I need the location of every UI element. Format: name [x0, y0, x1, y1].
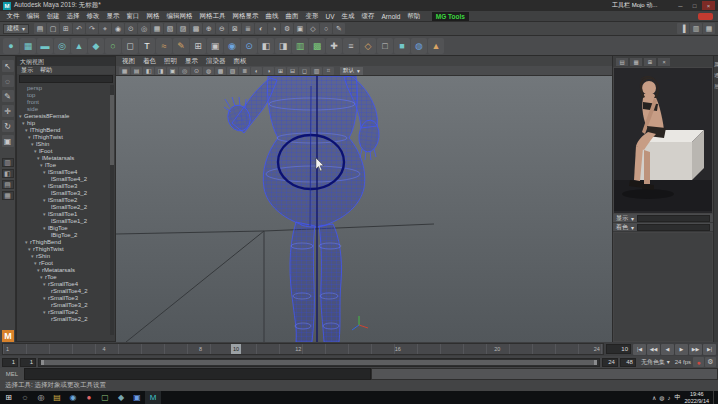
maximize-button[interactable]: □ — [688, 1, 701, 10]
panel-menu-item[interactable]: 着色 — [143, 57, 156, 66]
taskbar-app-icon[interactable]: ▤ — [49, 391, 65, 404]
viewport-toolbar-icon[interactable]: ▦ — [119, 67, 130, 75]
outliner-node[interactable]: ▾rFoot — [17, 260, 115, 267]
status-icon[interactable]: ✎ — [333, 23, 345, 34]
outliner-node[interactable]: top — [17, 92, 115, 99]
shelf-tool-icon[interactable]: ✚ — [326, 38, 342, 54]
shelf-tool-icon[interactable]: ◨ — [275, 38, 291, 54]
anim-pref-icon[interactable]: ● — [693, 357, 704, 367]
panel-menu-item[interactable]: 视图 — [122, 57, 135, 66]
menu-item[interactable]: 网格 — [143, 12, 163, 21]
mgtools-menu[interactable]: MG Tools — [432, 12, 469, 21]
status-icon[interactable]: ↶ — [73, 23, 85, 34]
outliner-node[interactable]: ▾lFoot — [17, 148, 115, 155]
viewport-toolbar-icon[interactable]: ⊟ — [287, 67, 298, 75]
viewport-combo[interactable]: 默认 ▾ — [340, 67, 363, 75]
taskbar-app-icon[interactable]: ▣ — [129, 391, 145, 404]
search-icon[interactable]: ◌ — [17, 391, 33, 404]
viewport-toolbar-icon[interactable]: ◨ — [155, 67, 166, 75]
outliner-node[interactable]: ▾rThighBend — [17, 239, 115, 246]
viewport-toolbar-icon[interactable]: ⊞ — [275, 67, 286, 75]
side-strip-tab[interactable]: 属 — [714, 61, 718, 67]
side-strip-tab[interactable]: 层 — [714, 83, 718, 89]
anim-end-field[interactable]: 48 — [620, 358, 636, 367]
outliner-node[interactable]: rSmallToe2_2 — [17, 316, 115, 323]
menu-item[interactable]: 生成 — [338, 12, 358, 21]
outliner-node[interactable]: ▾lToe — [17, 162, 115, 169]
status-icon[interactable]: ⊠ — [229, 23, 241, 34]
shelf-tool-icon[interactable]: ◆ — [88, 38, 104, 54]
tool-icon[interactable]: ↻ — [2, 120, 14, 132]
viewport-toolbar-icon[interactable]: ◐ — [251, 67, 262, 75]
panel-toggle-icon[interactable]: ▐ — [677, 23, 689, 34]
status-icon[interactable]: ◉ — [112, 23, 124, 34]
status-icon[interactable]: ◐ — [255, 23, 267, 34]
outliner-node[interactable]: side — [17, 106, 115, 113]
viewport-toolbar-icon[interactable]: ◻ — [299, 67, 310, 75]
side-panel-tab-icon[interactable]: ▤ — [616, 58, 628, 66]
side-panel-tab-icon[interactable]: ⊞ — [644, 58, 656, 66]
outliner-node[interactable]: ▾lMetatarsals — [17, 155, 115, 162]
character-set-selector[interactable]: 无角色集 ▾ — [638, 358, 673, 367]
outliner-node[interactable]: ▾rMetatarsals — [17, 267, 115, 274]
playback-button[interactable]: ▶| — [703, 344, 716, 355]
shelf-tool-icon[interactable]: ○ — [105, 38, 121, 54]
status-icon[interactable]: ▢ — [47, 23, 59, 34]
outliner-node[interactable]: ▾Genesis8Female — [17, 113, 115, 120]
menu-item[interactable]: 选择 — [63, 12, 83, 21]
outliner-node[interactable]: lSmallToe2_2 — [17, 204, 115, 211]
viewport-toolbar-icon[interactable]: ⊙ — [191, 67, 202, 75]
shelf-tool-icon[interactable]: ▬ — [37, 38, 53, 54]
start-button[interactable]: ⊞ — [0, 391, 17, 404]
status-icon[interactable]: ⊕ — [203, 23, 215, 34]
panel-menu-item[interactable]: 渲染器 — [206, 57, 226, 66]
tool-icon[interactable]: ◌ — [2, 75, 14, 87]
status-icon[interactable]: ▦ — [151, 23, 163, 34]
panel-menu-item[interactable]: 显示 — [185, 57, 198, 66]
menu-item[interactable]: 曲面 — [282, 12, 302, 21]
status-icon[interactable]: ▨ — [177, 23, 189, 34]
shelf-tool-icon[interactable]: ▲ — [428, 38, 444, 54]
shelf-tool-icon[interactable]: ◉ — [224, 38, 240, 54]
taskbar-app-icon[interactable]: ▢ — [97, 391, 113, 404]
playback-button[interactable]: |◀ — [633, 344, 646, 355]
viewport-toolbar-icon[interactable]: ▥ — [311, 67, 322, 75]
range-slider-bar[interactable] — [41, 360, 597, 365]
viewport-canvas[interactable] — [116, 76, 612, 342]
outliner-menu-item[interactable]: 显示 — [21, 66, 33, 75]
status-icon[interactable]: ≣ — [242, 23, 254, 34]
menu-item[interactable]: 曲线 — [262, 12, 282, 21]
layout-button[interactable]: ▦ — [2, 191, 14, 200]
layout-button[interactable]: ▥ — [2, 158, 14, 167]
viewport-toolbar-icon[interactable]: ◧ — [143, 67, 154, 75]
shelf-tool-icon[interactable]: ⊙ — [241, 38, 257, 54]
outliner-node[interactable]: ▾lSmallToe2 — [17, 197, 115, 204]
time-slider[interactable]: 14812162024 10 — [2, 343, 604, 355]
menu-set-selector[interactable]: 建模 ▾ — [3, 24, 29, 34]
playback-button[interactable]: ◀ — [661, 344, 674, 355]
tray-icon[interactable]: ◍ — [659, 394, 664, 401]
layout-button[interactable]: ▤ — [2, 180, 14, 189]
record-badge[interactable] — [698, 13, 713, 20]
menu-item[interactable]: 创建 — [43, 12, 63, 21]
status-icon[interactable]: ⊞ — [60, 23, 72, 34]
playback-button[interactable]: ▶ — [675, 344, 688, 355]
outliner-node[interactable]: persp — [17, 85, 115, 92]
status-icon[interactable]: ▩ — [190, 23, 202, 34]
panel-menu-item[interactable]: 照明 — [164, 57, 177, 66]
shelf-tool-icon[interactable]: ◇ — [360, 38, 376, 54]
shelf-tool-icon[interactable]: ▣ — [207, 38, 223, 54]
side-panel-tab-icon[interactable]: ▦ — [630, 58, 642, 66]
shelf-tool-icon[interactable]: □ — [377, 38, 393, 54]
tray-icon[interactable]: ∧ — [652, 394, 656, 401]
shelf-tool-icon[interactable]: ⊞ — [190, 38, 206, 54]
menu-item[interactable]: 网格工具 — [196, 12, 229, 21]
shelf-tool-icon[interactable]: ≡ — [343, 38, 359, 54]
status-icon[interactable]: ⚙ — [281, 23, 293, 34]
show-desktop-button[interactable] — [713, 391, 716, 404]
command-language-toggle[interactable]: MEL — [0, 368, 24, 380]
outliner-node[interactable]: ▾lSmallToe1 — [17, 211, 115, 218]
outliner-node[interactable]: rSmallToe4_2 — [17, 288, 115, 295]
taskbar-app-icon[interactable]: ● — [81, 391, 97, 404]
current-frame-marker[interactable]: 10 — [231, 344, 241, 354]
